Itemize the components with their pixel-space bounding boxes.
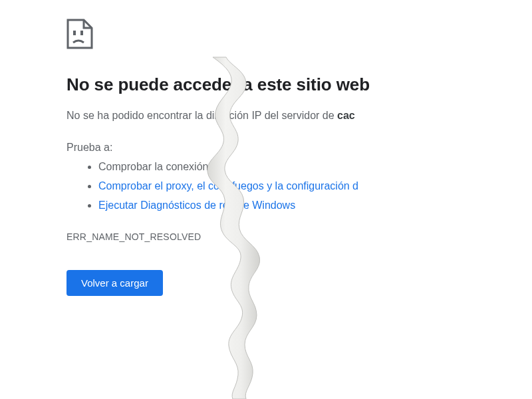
svg-rect-0 [73,31,76,35]
sad-page-icon [66,19,93,49]
suggestion-list: Comprobar la conexión Comprobar el proxy… [66,158,466,215]
error-code: ERR_NAME_NOT_RESOLVED [66,231,466,242]
svg-rect-1 [80,31,83,35]
page-title: No se puede acceder a este sitio web [66,74,466,95]
reload-button[interactable]: Volver a cargar [66,270,163,296]
suggestion-text: Comprobar la conexión [98,161,208,172]
try-label: Prueba a: [66,142,466,154]
error-subtitle: No se ha podido encontrar la dirección I… [66,108,466,123]
suggestion-link-diagnostics[interactable]: Ejecutar Diagnósticos de red de Windows [98,200,295,211]
suggestion-item: Ejecutar Diagnósticos de red de Windows [98,196,466,215]
subtitle-host: cac [337,110,355,121]
suggestion-item: Comprobar la conexión [98,158,466,177]
subtitle-text: No se ha podido encontrar la dirección I… [66,110,337,121]
suggestion-link-proxy[interactable]: Comprobar el proxy, el cortafuegos y la … [98,180,358,192]
suggestion-item: Comprobar el proxy, el cortafuegos y la … [98,177,466,196]
